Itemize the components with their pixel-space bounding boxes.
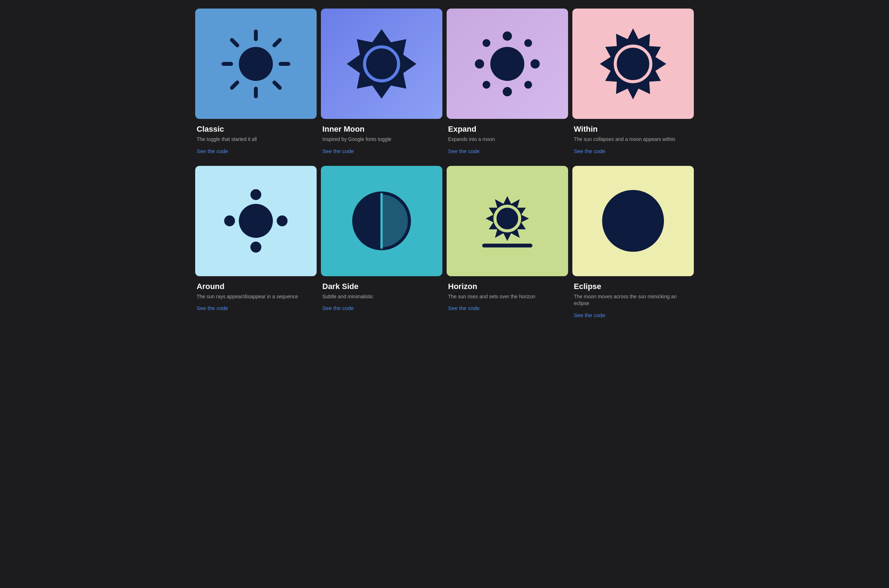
card-content-around: Around The sun rays appear/disappear in … bbox=[195, 276, 317, 319]
card-title-inner-moon: Inner Moon bbox=[322, 124, 441, 134]
card-image-expand bbox=[447, 9, 568, 119]
card-title-around: Around bbox=[197, 282, 315, 291]
svg-point-13 bbox=[502, 32, 512, 40]
around-icon bbox=[214, 182, 298, 260]
card-grid: Classic The toggle that started it all S… bbox=[195, 9, 694, 326]
svg-point-24 bbox=[239, 204, 273, 238]
card-desc-horizon: The sun rises and sets over the horizon bbox=[448, 293, 567, 300]
card-content-expand: Expand Expands into a moon See the code bbox=[447, 119, 568, 162]
card-desc-expand: Expands into a moon bbox=[448, 136, 567, 143]
card-content-dark-side: Dark Side Subtle and minimalistic See th… bbox=[321, 276, 442, 319]
svg-point-17 bbox=[483, 39, 490, 47]
svg-point-14 bbox=[502, 87, 512, 96]
svg-point-36 bbox=[602, 190, 664, 252]
card-image-eclipse bbox=[572, 166, 694, 276]
svg-line-6 bbox=[275, 40, 280, 45]
dark-side-icon bbox=[339, 182, 424, 260]
svg-point-23 bbox=[619, 50, 647, 78]
card-title-eclipse: Eclipse bbox=[574, 282, 692, 291]
svg-point-25 bbox=[250, 189, 261, 200]
card-dark-side: Dark Side Subtle and minimalistic See th… bbox=[321, 166, 442, 326]
svg-line-4 bbox=[232, 40, 237, 45]
card-link-horizon[interactable]: See the code bbox=[448, 305, 480, 311]
card-link-around[interactable]: See the code bbox=[197, 305, 228, 311]
card-content-eclipse: Eclipse The moon moves across the sun mi… bbox=[572, 276, 694, 326]
eclipse-icon bbox=[591, 182, 675, 260]
within-icon bbox=[591, 25, 675, 102]
card-eclipse: Eclipse The moon moves across the sun mi… bbox=[572, 166, 694, 326]
card-desc-classic: The toggle that started it all bbox=[197, 136, 315, 143]
card-desc-within: The sun collapses and a moon appears wit… bbox=[574, 136, 692, 143]
card-horizon: Horizon The sun rises and sets over the … bbox=[447, 166, 568, 326]
card-link-within[interactable]: See the code bbox=[574, 148, 605, 154]
svg-point-28 bbox=[277, 215, 287, 226]
svg-point-16 bbox=[531, 59, 540, 68]
svg-line-5 bbox=[275, 82, 280, 87]
card-desc-eclipse: The moon moves across the sun mimicking … bbox=[574, 293, 692, 307]
card-image-horizon bbox=[447, 166, 568, 276]
svg-point-15 bbox=[475, 59, 484, 68]
svg-point-18 bbox=[524, 39, 532, 47]
card-link-classic[interactable]: See the code bbox=[197, 148, 228, 154]
card-image-around bbox=[195, 166, 317, 276]
horizon-icon bbox=[465, 182, 550, 260]
card-image-dark-side bbox=[321, 166, 442, 276]
card-content-within: Within The sun collapses and a moon appe… bbox=[572, 119, 694, 162]
svg-line-7 bbox=[232, 82, 237, 87]
card-image-classic bbox=[195, 9, 317, 119]
card-inner-moon: Inner Moon Inspired by Google fonts togg… bbox=[321, 9, 442, 162]
card-desc-inner-moon: Inspired by Google fonts toggle bbox=[322, 136, 441, 143]
svg-point-8 bbox=[239, 46, 273, 81]
card-image-within bbox=[572, 9, 694, 119]
card-link-dark-side[interactable]: See the code bbox=[322, 305, 353, 311]
card-image-inner-moon bbox=[321, 9, 442, 119]
card-within: Within The sun collapses and a moon appe… bbox=[572, 9, 694, 162]
svg-point-19 bbox=[483, 81, 490, 88]
card-around: Around The sun rays appear/disappear in … bbox=[195, 166, 317, 326]
card-title-classic: Classic bbox=[197, 124, 315, 134]
card-expand: Expand Expands into a moon See the code bbox=[447, 9, 568, 162]
card-desc-around: The sun rays appear/disappear in a seque… bbox=[197, 293, 315, 300]
svg-point-34 bbox=[499, 210, 516, 227]
svg-point-27 bbox=[224, 215, 235, 226]
card-classic: Classic The toggle that started it all S… bbox=[195, 9, 317, 162]
svg-point-12 bbox=[490, 46, 524, 81]
card-title-horizon: Horizon bbox=[448, 282, 567, 291]
svg-point-20 bbox=[524, 81, 532, 88]
classic-icon bbox=[214, 25, 298, 102]
card-title-dark-side: Dark Side bbox=[322, 282, 441, 291]
inner-moon-icon bbox=[339, 25, 424, 102]
card-link-inner-moon[interactable]: See the code bbox=[322, 148, 353, 154]
card-content-horizon: Horizon The sun rises and sets over the … bbox=[447, 276, 568, 319]
expand-icon bbox=[465, 25, 550, 102]
svg-point-29 bbox=[250, 242, 261, 252]
card-link-eclipse[interactable]: See the code bbox=[574, 312, 605, 318]
card-desc-dark-side: Subtle and minimalistic bbox=[322, 293, 441, 300]
card-content-classic: Classic The toggle that started it all S… bbox=[195, 119, 317, 162]
card-title-within: Within bbox=[574, 124, 692, 134]
card-content-inner-moon: Inner Moon Inspired by Google fonts togg… bbox=[321, 119, 442, 162]
card-link-expand[interactable]: See the code bbox=[448, 148, 480, 154]
card-title-expand: Expand bbox=[448, 124, 567, 134]
svg-point-11 bbox=[369, 51, 395, 77]
